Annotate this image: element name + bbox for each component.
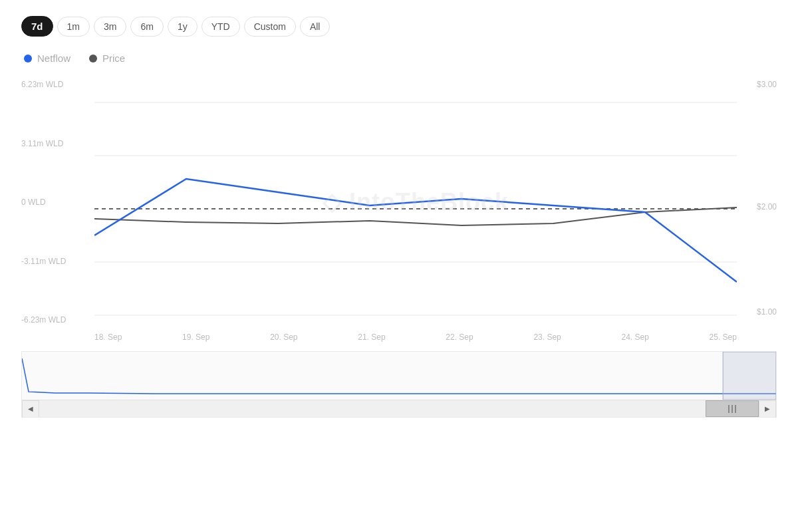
y-axis-right: $3.00$2.00$1.00 (737, 76, 777, 329)
time-range-buttons: 7d1m3m6m1yYTDCustomAll (21, 16, 777, 37)
time-btn-3m[interactable]: 3m (94, 17, 126, 37)
y-left-label: 0 WLD (21, 198, 94, 207)
y-left-label: 6.23m WLD (21, 80, 94, 89)
y-right-label: $3.00 (757, 80, 777, 89)
x-label: 23. Sep (533, 332, 561, 342)
nav-track (39, 400, 759, 417)
navigator-bar: ◀ ▶ (22, 400, 776, 417)
legend-item-netflow: Netflow (24, 53, 70, 64)
x-label: 19. Sep (182, 332, 209, 342)
legend-dot-price (89, 55, 97, 63)
main-container: 7d1m3m6m1yYTDCustomAll NetflowPrice 6.23… (0, 0, 798, 418)
x-label: 18. Sep (94, 332, 122, 342)
nav-grip-line-2 (732, 405, 733, 413)
chart-wrapper: 6.23m WLD3.11m WLD0 WLD-3.11m WLD-6.23m … (21, 76, 777, 418)
mini-chart-wrapper: Jan '24 Jul '24 ◀ ▶ (21, 351, 777, 418)
y-left-label: 3.11m WLD (21, 139, 94, 148)
y-left-label: -3.11m WLD (21, 257, 94, 266)
legend-label-price: Price (102, 53, 125, 64)
x-label: 22. Sep (446, 332, 473, 342)
time-btn-7d[interactable]: 7d (21, 16, 53, 37)
y-right-label: $2.00 (757, 202, 777, 211)
time-btn-ytd[interactable]: YTD (201, 17, 240, 37)
x-label: 20. Sep (270, 332, 297, 342)
nav-handle[interactable] (706, 400, 759, 417)
y-axis-left: 6.23m WLD3.11m WLD0 WLD-3.11m WLD-6.23m … (21, 76, 94, 329)
legend-dot-netflow (24, 55, 32, 63)
legend-label-netflow: Netflow (37, 53, 70, 64)
nav-grip-line-1 (728, 405, 730, 413)
time-btn-1m[interactable]: 1m (57, 17, 90, 37)
x-label: 24. Sep (621, 332, 648, 342)
x-label: 21. Sep (358, 332, 385, 342)
chart-legend: NetflowPrice (24, 53, 777, 64)
x-label: 25. Sep (710, 332, 737, 342)
y-left-label: -6.23m WLD (21, 315, 94, 325)
time-btn-all[interactable]: All (300, 17, 331, 37)
y-right-label: $1.00 (757, 307, 777, 317)
nav-left-arrow[interactable]: ◀ (22, 400, 39, 418)
svg-rect-5 (723, 352, 776, 400)
time-btn-custom[interactable]: Custom (244, 17, 296, 37)
time-btn-1y[interactable]: 1y (168, 17, 198, 37)
nav-handle-grip (728, 405, 736, 413)
chart-svg-container: ◇ IntoTheBlock (94, 76, 737, 329)
nav-grip-line-3 (735, 405, 736, 413)
x-axis: 18. Sep19. Sep20. Sep21. Sep22. Sep23. S… (94, 332, 737, 342)
legend-item-price: Price (89, 53, 125, 64)
nav-right-arrow[interactable]: ▶ (759, 400, 776, 418)
mini-chart-inner (22, 352, 776, 400)
time-btn-6m[interactable]: 6m (130, 17, 163, 37)
main-chart: 6.23m WLD3.11m WLD0 WLD-3.11m WLD-6.23m … (21, 76, 777, 329)
